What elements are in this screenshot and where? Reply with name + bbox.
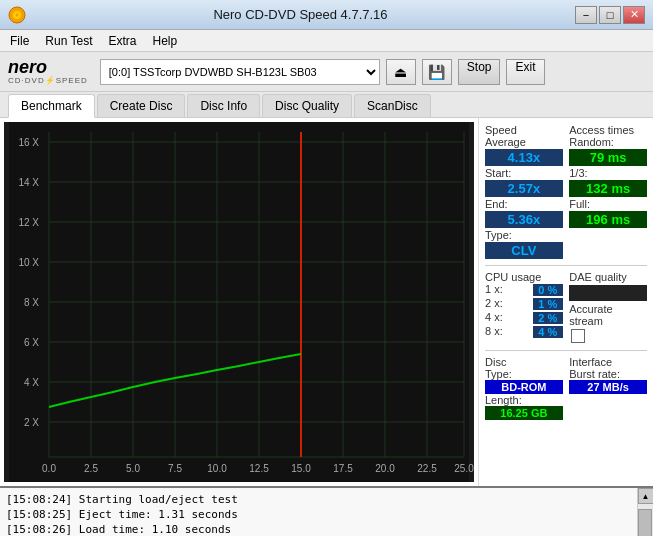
- cpu-4x-value: 2 %: [533, 312, 563, 324]
- disc-type-value: BD-ROM: [485, 380, 563, 394]
- svg-text:25.0: 25.0: [454, 463, 474, 474]
- close-button[interactable]: ✕: [623, 6, 645, 24]
- speed-type-label: Type:: [485, 229, 563, 241]
- cpu-title: CPU usage: [485, 271, 563, 283]
- scroll-thumb[interactable]: [638, 509, 652, 536]
- svg-text:22.5: 22.5: [417, 463, 437, 474]
- speed-title: Speed: [485, 124, 563, 136]
- menu-file[interactable]: File: [4, 32, 35, 50]
- access-random-value: 79 ms: [569, 149, 647, 166]
- divider-1: [485, 265, 647, 266]
- nero-sub-logo: CD·DVD⚡SPEED: [8, 76, 88, 85]
- window-controls: − □ ✕: [575, 6, 645, 24]
- exit-button[interactable]: Exit: [506, 59, 544, 85]
- access-random-label: Random:: [569, 136, 647, 148]
- svg-text:14 X: 14 X: [18, 177, 39, 188]
- speed-average-label: Average: [485, 136, 563, 148]
- cpu-1x-label: 1 x:: [485, 283, 503, 297]
- log-scrollbar: ▲ ▼: [637, 488, 653, 536]
- nero-logo: nero: [8, 58, 88, 76]
- tab-disc-info[interactable]: Disc Info: [187, 94, 260, 117]
- divider-2: [485, 350, 647, 351]
- svg-text:12 X: 12 X: [18, 217, 39, 228]
- access-onethird-label: 1/3:: [569, 167, 647, 179]
- log-area: [15:08:24] Starting load/eject test [15:…: [0, 486, 653, 536]
- tab-create-disc[interactable]: Create Disc: [97, 94, 186, 117]
- minimize-button[interactable]: −: [575, 6, 597, 24]
- log-entry-2: [15:08:26] Load time: 1.10 seconds: [6, 522, 631, 536]
- svg-text:7.5: 7.5: [168, 463, 182, 474]
- access-section: Access times Random: 79 ms 1/3: 132 ms F…: [569, 124, 647, 229]
- app-icon: [8, 6, 26, 24]
- svg-text:0.0: 0.0: [42, 463, 56, 474]
- disc-type-label: Type:: [485, 368, 563, 380]
- save-icon-button[interactable]: 💾: [422, 59, 452, 85]
- app-logo: [8, 6, 26, 24]
- svg-text:10.0: 10.0: [207, 463, 227, 474]
- stop-button[interactable]: Stop: [458, 59, 501, 85]
- svg-text:16 X: 16 X: [18, 137, 39, 148]
- accurate-label: Accurate: [569, 303, 647, 315]
- dae-section: DAE quality Accurate stream: [569, 271, 647, 345]
- speed-type-value: CLV: [485, 242, 563, 259]
- disc-length-label: Length:: [485, 394, 563, 406]
- tab-disc-quality[interactable]: Disc Quality: [262, 94, 352, 117]
- cpu-4x-label: 4 x:: [485, 311, 503, 325]
- scroll-up-button[interactable]: ▲: [638, 488, 654, 504]
- svg-text:2 X: 2 X: [24, 417, 39, 428]
- window-title: Nero CD-DVD Speed 4.7.7.16: [26, 7, 575, 22]
- menu-help[interactable]: Help: [147, 32, 184, 50]
- speed-average-value: 4.13x: [485, 149, 563, 166]
- speed-start-value: 2.57x: [485, 180, 563, 197]
- svg-text:12.5: 12.5: [249, 463, 269, 474]
- access-full-value: 196 ms: [569, 211, 647, 228]
- log-entry-1: [15:08:25] Eject time: 1.31 seconds: [6, 507, 631, 522]
- tab-benchmark[interactable]: Benchmark: [8, 94, 95, 118]
- speed-end-value: 5.36x: [485, 211, 563, 228]
- cpu-dae-row: CPU usage 1 x: 0 % 2 x: 1 % 4 x: 2 % 8 x…: [485, 271, 647, 345]
- menu-run-test[interactable]: Run Test: [39, 32, 98, 50]
- disc-interface-row: Disc Type: BD-ROM Length: 16.25 GB Inter…: [485, 356, 647, 420]
- drive-select[interactable]: [0:0] TSSTcorp DVDWBD SH-B123L SB03: [100, 59, 380, 85]
- cpu-1x-value: 0 %: [533, 284, 563, 296]
- tab-scan-disc[interactable]: ScanDisc: [354, 94, 431, 117]
- burst-value: 27 MB/s: [569, 380, 647, 394]
- disc-title: Disc: [485, 356, 563, 368]
- speed-section: Speed Average 4.13x Start: 2.57x End: 5.…: [485, 124, 563, 260]
- chart-area: 16 X 14 X 12 X 10 X 8 X 6 X 4 X 2 X 0.0 …: [4, 122, 474, 482]
- disc-length-value: 16.25 GB: [485, 406, 563, 420]
- menubar: File Run Test Extra Help: [0, 30, 653, 52]
- cpu-section: CPU usage 1 x: 0 % 2 x: 1 % 4 x: 2 % 8 x…: [485, 271, 563, 339]
- cpu-2x-label: 2 x:: [485, 297, 503, 311]
- eject-icon-button[interactable]: ⏏: [386, 59, 416, 85]
- svg-text:4 X: 4 X: [24, 377, 39, 388]
- menu-extra[interactable]: Extra: [102, 32, 142, 50]
- chart-svg: 16 X 14 X 12 X 10 X 8 X 6 X 4 X 2 X 0.0 …: [4, 122, 474, 482]
- cpu-8x-label: 8 x:: [485, 325, 503, 339]
- access-title: Access times: [569, 124, 647, 136]
- toolbar: nero CD·DVD⚡SPEED [0:0] TSSTcorp DVDWBD …: [0, 52, 653, 92]
- cpu-2x-value: 1 %: [533, 298, 563, 310]
- svg-text:6 X: 6 X: [24, 337, 39, 348]
- svg-text:15.0: 15.0: [291, 463, 311, 474]
- cpu-8x-value: 4 %: [533, 326, 563, 338]
- svg-point-2: [16, 13, 19, 16]
- scroll-track[interactable]: [638, 504, 654, 536]
- svg-text:5.0: 5.0: [126, 463, 140, 474]
- maximize-button[interactable]: □: [599, 6, 621, 24]
- main-content: 16 X 14 X 12 X 10 X 8 X 6 X 4 X 2 X 0.0 …: [0, 118, 653, 486]
- speed-start-label: Start:: [485, 167, 563, 179]
- speed-access-row: Speed Average 4.13x Start: 2.57x End: 5.…: [485, 124, 647, 260]
- accurate-checkbox[interactable]: [571, 329, 585, 343]
- access-full-label: Full:: [569, 198, 647, 210]
- speed-end-label: End:: [485, 198, 563, 210]
- svg-text:17.5: 17.5: [333, 463, 353, 474]
- disc-section: Disc Type: BD-ROM Length: 16.25 GB: [485, 356, 563, 420]
- svg-text:10 X: 10 X: [18, 257, 39, 268]
- right-panel: Speed Average 4.13x Start: 2.57x End: 5.…: [478, 118, 653, 486]
- nero-logo-area: nero CD·DVD⚡SPEED: [8, 58, 88, 85]
- interface-section: Interface Burst rate: 27 MB/s: [569, 356, 647, 394]
- burst-label: Burst rate:: [569, 368, 647, 380]
- dae-title: DAE quality: [569, 271, 647, 283]
- svg-text:2.5: 2.5: [84, 463, 98, 474]
